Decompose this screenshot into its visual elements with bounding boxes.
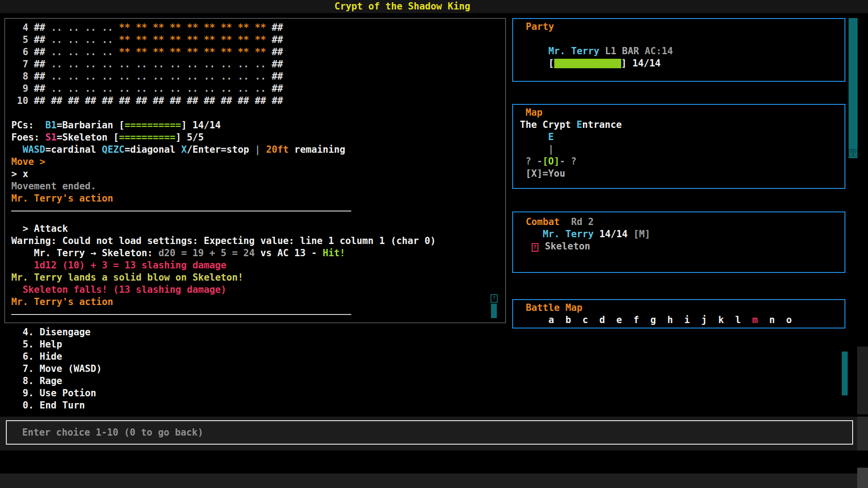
text-segment: | <box>520 144 554 155</box>
hp-bar-open-bracket: [ <box>548 58 554 69</box>
right-edge-thumb[interactable] <box>857 468 868 488</box>
map-panel-line: | <box>520 143 844 155</box>
right-scrollbar-bottom[interactable] <box>842 352 848 395</box>
menu-item[interactable]: 8. Rage <box>23 375 102 387</box>
menu-item[interactable]: 9. Use Potion <box>23 387 102 399</box>
text-segment: 10 <box>11 95 34 106</box>
text-segment: [X]=You <box>520 168 565 179</box>
text-segment: ## ## ## ## ## ## ## ## ## ## ## ## ## #… <box>34 95 283 106</box>
text-segment: ========== <box>119 132 175 143</box>
text-segment: 7 <box>11 59 34 70</box>
hp-value: 14/14 <box>632 58 661 69</box>
text-segment: Mr. Terry's action <box>11 296 113 307</box>
text-segment: ========== <box>124 120 181 131</box>
text-segment: .. .. .. .. .. .. .. .. .. .. .. .. .. <box>51 83 272 94</box>
log-line: Move > <box>11 156 505 168</box>
menu-item[interactable]: 7. Move (WASD) <box>23 363 102 375</box>
log-line: 9 ## .. .. .. .. .. .. .. .. .. .. .. ..… <box>11 83 505 95</box>
text-segment: [M] <box>627 229 650 239</box>
log-line: 5 ## .. .. .. .. ** ** ** ** ** ** ** **… <box>11 34 505 46</box>
log-line: Mr. Terry's action <box>11 192 505 205</box>
text-segment: Skeleton <box>539 241 590 252</box>
text-segment: E <box>520 131 554 142</box>
text-segment: Rd 2 <box>560 216 594 227</box>
log-line: Movement ended. <box>11 180 505 192</box>
party-panel: Party Mr. Terry L1 BAR AC:14 [] 14/14 <box>512 18 845 82</box>
text-segment: remaining <box>289 144 345 155</box>
text-segment: d20 = 19 + 5 = 24 <box>159 248 255 258</box>
app-title: Crypt of the Shadow King <box>0 0 805 13</box>
map-panel-line: Map <box>520 107 844 119</box>
map-panel: MapThe Crypt Entrance E | ? -[O]- ? [X]=… <box>512 104 845 189</box>
right-edge-block <box>857 417 868 450</box>
action-menu: 4. Disengage5. Help6. Hide7. Move (WASD)… <box>23 326 102 412</box>
log-line: PCs: B1=Barbarian [==========] 14/14 <box>11 119 505 131</box>
text-segment: ## <box>272 59 283 70</box>
text-segment: 20ft <box>266 144 289 155</box>
text-segment: Skeleton falls! (13 slashing damage) <box>11 284 226 295</box>
hp-bar-fill <box>554 59 621 68</box>
input-band <box>0 417 859 450</box>
title-bar: Crypt of the Shadow King <box>0 0 868 13</box>
scrollbar-glyph-icon: ? <box>849 149 853 156</box>
menu-item[interactable]: 5. Help <box>23 338 102 351</box>
combat-log-panel: 4 ## .. .. .. .. ** ** ** ** ** ** ** **… <box>5 18 506 323</box>
text-segment: ] 14/14 <box>181 120 221 131</box>
text-segment: ## <box>34 34 51 45</box>
combat-log-content: 4 ## .. .. .. .. ** ** ** ** ** ** ** **… <box>5 19 505 326</box>
menu-item[interactable]: 0. End Turn <box>23 399 102 412</box>
text-segment: =Barbarian [ <box>57 120 124 131</box>
text-segment: Hit! <box>323 248 345 258</box>
menu-item[interactable]: 4. Disengage <box>23 326 102 338</box>
choice-input[interactable] <box>6 420 853 445</box>
text-segment: WASD <box>23 144 45 155</box>
log-scrollbar-thumb[interactable] <box>491 304 497 318</box>
text-segment: ## <box>34 71 51 82</box>
text-segment: Combat <box>526 216 560 227</box>
text-segment: Movement ended. <box>11 181 96 192</box>
text-segment: ## <box>272 83 283 94</box>
text-segment: 8 <box>11 71 34 82</box>
text-segment: | <box>255 144 266 155</box>
party-member-ac: AC:14 <box>639 46 673 56</box>
log-line: > Attack <box>11 223 505 235</box>
hp-bar-close-bracket: ] <box>621 58 632 69</box>
log-scroll-glyph-icon[interactable]: ? <box>491 294 498 303</box>
menu-item[interactable]: 6. Hide <box>23 351 102 363</box>
right-edge-track <box>857 347 868 414</box>
text-segment: PCs: <box>11 120 45 131</box>
log-line: Warning: Could not load settings: Expect… <box>11 235 505 247</box>
map-panel-line: E <box>520 131 844 143</box>
log-line: Mr. Terry's action <box>11 296 505 308</box>
status-bar: ^q Quit <box>0 474 859 488</box>
text-segment: ** ** ** ** ** ** ** ** ** <box>119 34 272 45</box>
text-segment: Mr. Terry's action <box>11 193 113 204</box>
log-line: Foes: S1=Skeleton [==========] 5/5 <box>11 131 505 144</box>
map-panel-line: The Crypt Entrance <box>520 119 844 131</box>
right-scrollbar-top[interactable]: ? ? <box>849 18 858 158</box>
map-panel-line: ? -[O]- ? <box>520 155 844 168</box>
text-segment: =diagonal <box>124 144 181 155</box>
combat-panel: Combat Rd 2 Mr. Terry 14/14 [M] ? Skelet… <box>512 211 845 273</box>
text-segment: .. .. .. .. .. .. .. .. .. .. .. .. .. <box>51 71 272 82</box>
text-segment: =cardinal <box>45 144 102 155</box>
text-segment: B1 <box>45 120 57 131</box>
battle-map-line: Battle Map <box>526 302 844 314</box>
text-segment: 9 <box>11 83 34 94</box>
log-line <box>11 211 505 223</box>
log-divider <box>11 211 351 211</box>
party-member-row: Mr. Terry L1 BAR AC:14 <box>526 33 844 45</box>
log-line: > x <box>11 168 505 180</box>
log-line: 7 ## .. .. .. .. .. .. .. .. .. .. .. ..… <box>11 58 505 70</box>
text-segment: Map <box>520 107 542 118</box>
text-segment: - ? <box>560 156 577 167</box>
text-segment: Foes: <box>11 132 45 143</box>
log-line: 10 ## ## ## ## ## ## ## ## ## ## ## ## #… <box>11 95 505 107</box>
log-line: Mr. Terry → Skeleton: d20 = 19 + 5 = 24 … <box>11 247 505 259</box>
text-segment: Mr. Terry lands a solid blow on Skeleton… <box>11 272 243 283</box>
text-segment: ## <box>34 59 51 70</box>
text-segment: Mr. Terry → Skeleton: <box>11 248 159 258</box>
text-segment: 4 <box>11 22 34 33</box>
log-line <box>11 107 505 119</box>
text-segment <box>526 241 532 252</box>
